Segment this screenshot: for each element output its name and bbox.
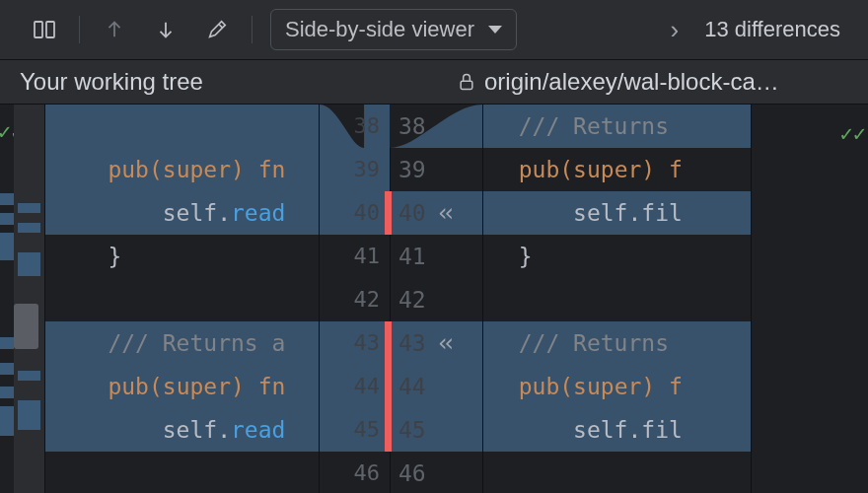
apply-change-icon[interactable]: ‹‹ [436,191,449,235]
code-line[interactable]: /// Returns [483,105,751,148]
line-number: 46 [391,452,482,493]
line-number: 41 [320,235,390,278]
line-number: 45 [391,408,482,452]
chevron-down-icon [488,26,502,34]
check-icon: ✓✓ [840,112,867,156]
minimap-mark [18,203,40,213]
left-code-pane[interactable]: pub(super) fn self.read } /// Returns a … [45,105,320,493]
code-line[interactable] [483,452,751,493]
line-number: 42 [391,278,482,321]
code-line[interactable] [483,278,751,321]
minimap-thumb[interactable] [14,304,38,349]
left-pane-title: Your working tree [0,68,457,96]
svg-rect-0 [35,22,42,37]
code-line[interactable]: self.fil [483,191,751,235]
line-number: 42 [320,278,390,321]
toolbar: Side-by-side viewer › 13 differences [0,0,868,59]
line-number: 43 [320,321,390,365]
conflict-marker [385,191,392,235]
marker [0,193,14,205]
marker [0,233,14,260]
line-number: 39 [391,148,482,191]
code-line[interactable] [45,105,319,148]
code-line[interactable]: pub(super) fn [45,365,319,408]
minimap-mark [18,400,40,430]
conflict-marker [385,321,392,365]
left-gutter: 383940414243444546 [320,105,391,493]
lock-icon [457,72,476,92]
prev-diff-icon[interactable] [98,13,131,46]
separator [79,16,80,43]
line-number: 39 [320,148,390,191]
line-number: 44 [391,365,482,408]
conflict-marker [385,365,392,408]
diff-counter: › 13 differences [671,15,840,45]
line-number: 46 [320,452,390,493]
change-markers: ✓✓ [0,105,14,493]
minimap-scrollbar[interactable] [14,105,45,493]
code-line[interactable] [45,452,319,493]
viewer-mode-dropdown[interactable]: Side-by-side viewer [270,9,517,50]
marker [0,363,14,375]
diff-count-label: 13 differences [704,17,840,42]
line-number: 38 [391,105,482,148]
right-pane-title: origin/alexey/wal-block-ca… [457,68,868,96]
conflict-marker [385,408,392,452]
line-number: 40 [320,191,390,235]
code-line[interactable]: self.read [45,408,319,452]
code-line[interactable] [45,278,319,321]
svg-rect-2 [461,81,472,89]
marker [0,387,14,398]
line-number: 38 [320,105,390,148]
chevron-right-icon[interactable]: › [671,15,680,45]
code-line[interactable]: pub(super) fn [45,148,319,191]
code-line[interactable]: pub(super) f [483,148,751,191]
svg-rect-1 [46,22,54,37]
code-line[interactable]: pub(super) f [483,365,751,408]
edit-icon[interactable] [200,13,234,46]
diff-code-area: ✓✓ ✓✓ pub(super) fn self.read } /// Retu… [0,105,868,493]
next-diff-icon[interactable] [149,13,182,46]
code-line[interactable]: /// Returns [483,321,751,365]
code-line[interactable]: } [45,235,319,278]
line-number: 43‹‹ [391,321,482,365]
viewer-mode-label: Side-by-side viewer [285,17,474,42]
code-line[interactable]: /// Returns a [45,321,319,365]
right-code-pane[interactable]: /// Returns pub(super) f self.fil } /// … [483,105,752,493]
apply-change-icon[interactable]: ‹‹ [436,321,449,365]
separator [252,16,253,43]
minimap-mark [18,223,40,233]
marker [0,406,14,436]
line-number: 41 [391,235,482,278]
right-gutter: 383940‹‹414243‹‹444546 [391,105,483,493]
code-line[interactable]: } [483,235,751,278]
pane-headers: Your working tree origin/alexey/wal-bloc… [0,59,868,105]
minimap-mark [18,252,40,276]
marker [0,337,14,349]
code-line[interactable]: self.read [45,191,319,235]
compare-icon[interactable] [28,13,61,46]
right-pane-label: origin/alexey/wal-block-ca… [484,68,779,96]
line-number: 45 [320,408,390,452]
code-line[interactable]: self.fil [483,408,751,452]
line-number: 44 [320,365,390,408]
minimap-mark [18,371,40,381]
line-number: 40‹‹ [391,191,482,235]
